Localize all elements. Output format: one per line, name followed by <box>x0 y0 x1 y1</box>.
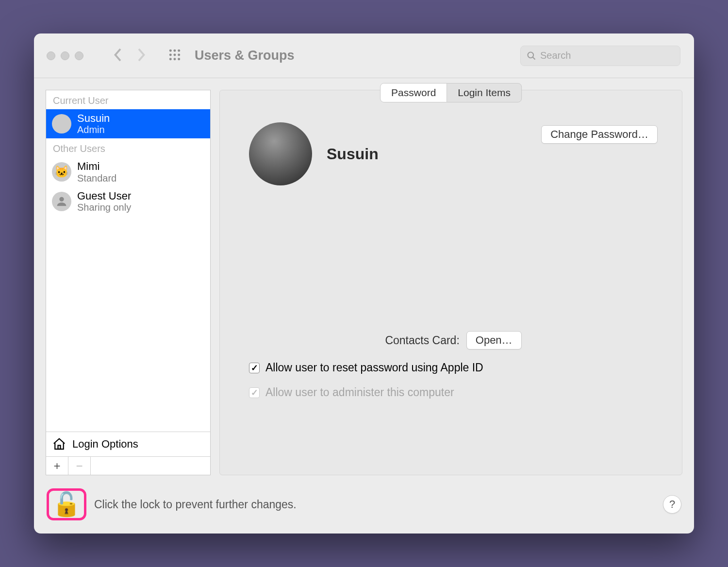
svg-point-5 <box>178 53 180 56</box>
tab-login-items[interactable]: Login Items <box>447 83 521 102</box>
svg-point-0 <box>169 49 172 51</box>
user-item-guest[interactable]: Guest User Sharing only <box>46 187 210 216</box>
avatar-icon <box>52 192 71 211</box>
other-users-section-label: Other Users <box>46 138 210 157</box>
footer: 🔓 Click the lock to prevent further chan… <box>34 475 694 534</box>
sidebar: Current User Susuin Admin Other Users 🐱 … <box>46 90 211 475</box>
svg-point-8 <box>178 58 180 60</box>
allow-reset-label: Allow user to reset password using Apple… <box>265 361 483 374</box>
nav-arrows <box>113 48 147 64</box>
sidebar-buttons: + − <box>46 456 210 475</box>
svg-point-4 <box>174 53 176 56</box>
search-icon <box>527 51 536 61</box>
profile-name: Susuin <box>327 145 379 163</box>
zoom-window-button[interactable] <box>75 51 83 60</box>
svg-point-2 <box>178 49 180 51</box>
back-button[interactable] <box>113 48 122 64</box>
user-role: Sharing only <box>77 202 131 213</box>
contacts-card-row: Contacts Card: Open… <box>249 331 658 350</box>
main-panel: Password Login Items Susuin Change Passw… <box>219 90 682 475</box>
show-all-icon[interactable] <box>168 49 181 63</box>
content-area: Current User Susuin Admin Other Users 🐱 … <box>34 78 694 475</box>
help-button[interactable]: ? <box>663 495 681 514</box>
login-options-label: Login Options <box>72 438 138 450</box>
user-list: Current User Susuin Admin Other Users 🐱 … <box>46 90 211 475</box>
tab-password[interactable]: Password <box>381 83 447 102</box>
minimize-window-button[interactable] <box>61 51 69 60</box>
add-user-button[interactable]: + <box>46 457 68 475</box>
user-role: Standard <box>77 173 116 184</box>
lock-highlight: 🔓 <box>47 488 86 520</box>
preferences-window: Users & Groups Current User Susuin Admin… <box>34 33 694 534</box>
svg-point-3 <box>169 53 172 56</box>
svg-point-9 <box>528 52 534 58</box>
svg-point-6 <box>169 58 172 60</box>
user-role: Admin <box>77 124 110 135</box>
window-controls <box>47 51 83 60</box>
svg-point-1 <box>174 49 176 51</box>
contacts-card-label: Contacts Card: <box>385 334 459 347</box>
profile-row: Susuin Change Password… <box>249 122 658 185</box>
lock-text: Click the lock to prevent further change… <box>94 498 297 511</box>
user-item[interactable]: 🐱 Mimi Standard <box>46 157 210 186</box>
profile-avatar[interactable] <box>249 122 312 185</box>
lock-icon[interactable]: 🔓 <box>52 493 81 516</box>
svg-point-11 <box>59 197 64 201</box>
tab-bar: Password Login Items <box>380 83 522 102</box>
allow-admin-row: Allow user to administer this computer <box>249 386 658 399</box>
user-name: Mimi <box>77 160 116 172</box>
forward-button[interactable] <box>137 48 147 64</box>
login-options-button[interactable]: Login Options <box>46 432 210 456</box>
allow-admin-checkbox <box>249 387 260 398</box>
user-item-current[interactable]: Susuin Admin <box>46 109 210 138</box>
search-field[interactable] <box>520 46 680 66</box>
close-window-button[interactable] <box>47 51 55 60</box>
titlebar: Users & Groups <box>34 33 694 78</box>
home-icon <box>52 437 66 451</box>
page-title: Users & Groups <box>195 48 295 63</box>
svg-line-10 <box>533 57 535 59</box>
avatar-icon <box>52 114 71 133</box>
user-name: Susuin <box>77 112 110 124</box>
change-password-button[interactable]: Change Password… <box>541 125 658 144</box>
remove-user-button[interactable]: − <box>68 457 91 475</box>
allow-reset-checkbox[interactable] <box>249 363 260 373</box>
open-contacts-button[interactable]: Open… <box>466 331 522 350</box>
avatar-icon: 🐱 <box>52 162 71 182</box>
user-name: Guest User <box>77 190 131 202</box>
allow-admin-label: Allow user to administer this computer <box>265 386 454 399</box>
allow-reset-row: Allow user to reset password using Apple… <box>249 361 658 374</box>
current-user-section-label: Current User <box>46 90 210 109</box>
svg-rect-12 <box>58 446 61 450</box>
svg-point-7 <box>174 58 176 60</box>
search-input[interactable] <box>540 50 674 61</box>
